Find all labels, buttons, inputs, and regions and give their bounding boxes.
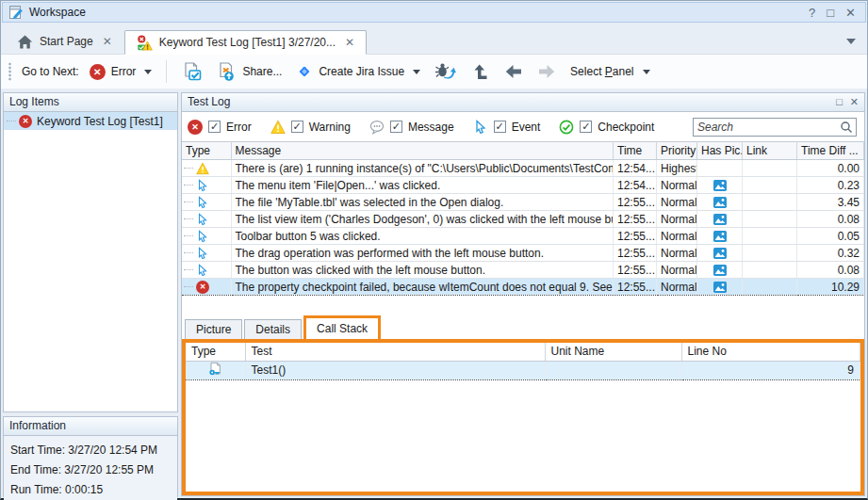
log-items-panel: Log Items Keyword Test Log [Test1] [3,92,178,412]
log-row[interactable]: The list view item ('Charles Dodgeson', … [182,211,864,228]
workspace-icon [8,5,24,20]
error-icon [188,120,203,135]
call-stack-table: Type Test Unit Name Line No [186,343,860,380]
log-row[interactable]: The file 'MyTable.tbl' was selected in t… [182,194,864,211]
log-items-header: Log Items [4,93,177,112]
toolbar-grip[interactable] [8,62,11,81]
keyword-test-icon [207,362,222,377]
tab-list-dropdown-icon[interactable] [846,39,856,44]
picture-icon[interactable] [713,197,727,208]
log-table-header-row: Type Message Time Priority Has Pic... Li… [182,142,864,160]
log-row[interactable]: The button was clicked with the left mou… [182,262,864,279]
create-jira-issue-button[interactable]: Create Jira Issue [292,60,424,83]
error-checkbox[interactable] [208,121,221,133]
error-icon [90,64,106,80]
log-row-selected[interactable]: The property checkpoint failed, because … [182,279,864,296]
event-icon [196,179,209,192]
log-row[interactable]: Toolbar button 5 was clicked. 12:55... N… [182,228,864,245]
filter-message[interactable]: Message [369,120,454,135]
column-header-line-no[interactable]: Line No [681,343,860,361]
panel-close-button[interactable]: ✕ [850,93,859,111]
back-button[interactable] [500,59,527,84]
home-icon [17,34,33,50]
help-button[interactable]: ? [809,6,815,20]
log-row[interactable]: There is (are) 1 running instance(s) of … [182,160,864,177]
column-header-time-diff[interactable]: Time Diff ... [797,142,864,160]
checkpoint-checkbox[interactable] [580,121,592,133]
picture-icon[interactable] [713,180,727,191]
tab-details[interactable]: Details [244,319,302,339]
log-item-keyword-test-log[interactable]: Keyword Test Log [Test1] [4,112,177,130]
unit-name-cell [545,361,681,379]
warning-checkbox[interactable] [291,121,303,133]
filter-checkpoint[interactable]: Checkpoint [559,120,654,135]
event-icon [473,120,488,135]
start-time-text: Start Time: 3/27/20 12:54 PM [10,441,171,460]
picture-icon[interactable] [713,214,727,225]
close-icon[interactable]: ✕ [345,36,354,49]
post-defect-button[interactable] [431,58,461,85]
log-row[interactable]: The drag operation was performed with th… [182,245,864,262]
information-header: Information [4,417,177,436]
report-check-icon [181,61,202,82]
test-log-icon [137,35,153,51]
panel-maximize-button[interactable]: □ [836,93,843,111]
message-checkbox[interactable] [390,121,402,133]
event-icon [196,247,209,260]
chevron-down-icon [643,70,650,74]
test-cell: Test1() [245,361,545,379]
filter-warning[interactable]: Warning [270,120,351,135]
export-results-button[interactable] [177,58,205,85]
event-checkbox[interactable] [494,121,506,133]
column-header-type[interactable]: Type [186,343,245,361]
picture-icon[interactable] [713,265,727,276]
filter-event[interactable]: Event [473,120,541,135]
log-row[interactable]: The menu item 'File|Open...' was clicked… [182,177,864,194]
picture-icon[interactable] [713,231,727,242]
tab-keyword-test-log[interactable]: Keyword Test Log [Test1] 3/27/20... ✕ [124,30,367,55]
event-icon [196,264,209,277]
priority-cell: Highest [657,160,697,177]
go-up-button[interactable] [467,59,494,84]
close-button[interactable]: ✕ [845,6,856,20]
warning-icon [196,162,209,175]
tab-call-stack[interactable]: Call Stack [303,315,381,339]
column-header-message[interactable]: Message [231,142,614,160]
share-button[interactable]: Share... [212,58,286,85]
picture-icon[interactable] [713,282,727,293]
tab-label: Keyword Test Log [Test1] 3/27/20... [159,36,336,49]
column-header-type[interactable]: Type [182,142,231,160]
workspace-window: Workspace ? □ ✕ Start Page ✕ [0,0,868,500]
up-arrow-icon [471,62,490,81]
call-stack-row-selected[interactable]: Test1() 9 [186,361,860,379]
maximize-button[interactable]: □ [827,6,834,20]
tab-picture[interactable]: Picture [185,319,242,339]
forward-button[interactable] [533,59,560,84]
picture-icon[interactable] [713,248,727,259]
share-upload-icon [216,61,237,82]
column-header-link[interactable]: Link [743,142,797,160]
event-icon [196,230,209,243]
select-panel-button[interactable]: Select Panel [566,62,653,81]
test-log-panel: Test Log □ ✕ Error [181,92,865,496]
search-input[interactable] [694,121,840,134]
test-log-header: Test Log □ ✕ [182,93,864,112]
tab-start-page[interactable]: Start Page ✕ [5,29,124,54]
column-header-test[interactable]: Test [245,343,545,361]
column-header-time[interactable]: Time [614,142,657,160]
window-title: Workspace [29,6,809,19]
close-icon[interactable]: ✕ [103,35,112,48]
end-time-text: End Time: 3/27/20 12:55 PM [10,460,171,480]
column-header-priority[interactable]: Priority [657,142,697,160]
go-to-next-error-button[interactable]: Error [86,61,156,83]
warning-icon [270,120,286,135]
filter-error[interactable]: Error [188,120,252,135]
column-header-unit-name[interactable]: Unit Name [545,343,681,361]
column-header-has-picture[interactable]: Has Pic... [697,142,743,160]
message-icon [369,120,385,135]
log-table: Type Message Time Priority Has Pic... Li… [182,141,864,296]
event-icon [196,196,209,209]
filter-bar: Error Warning [182,112,864,141]
main-toolbar: Go to Next: Error Share... [1,54,867,89]
search-box [693,118,857,137]
